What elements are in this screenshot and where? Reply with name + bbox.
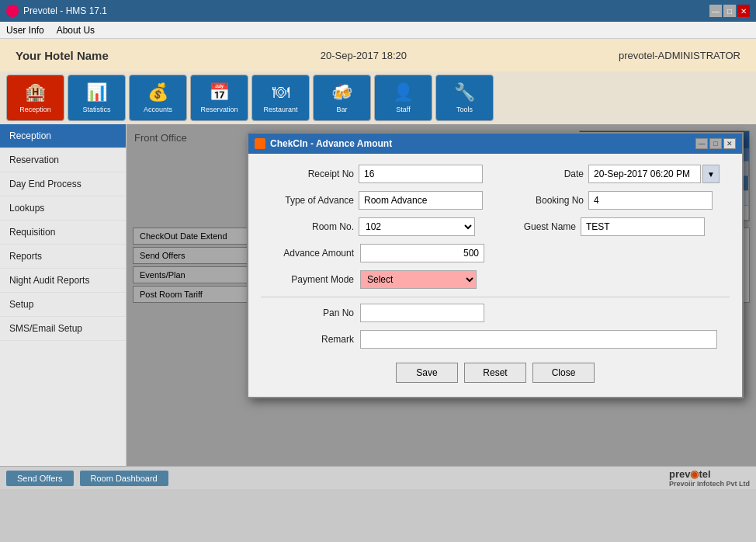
sidebar-item-smsemail[interactable]: SMS/Email Setup xyxy=(0,317,126,341)
date-container: ▼ xyxy=(588,165,720,183)
pan-no-input[interactable] xyxy=(360,304,484,322)
tools-icon: 🔧 xyxy=(454,82,475,102)
modal-maximize-button[interactable]: □ xyxy=(709,138,722,149)
date-label: Date xyxy=(514,169,584,179)
form-row-4: Advance Amount xyxy=(261,244,730,262)
menu-bar: User Info About Us xyxy=(0,22,756,39)
remark-label: Remark xyxy=(261,334,354,345)
nav-label-accounts: Accounts xyxy=(144,106,172,113)
modal-minimize-button[interactable]: — xyxy=(695,138,708,149)
modal-icon xyxy=(255,138,265,149)
reception-icon: 🏨 xyxy=(25,82,46,102)
modal-dialog: ChekCIn - Advance Amount — □ ✕ xyxy=(247,132,744,398)
sidebar-item-nightaudit[interactable]: Night Audit Reports xyxy=(0,269,126,293)
sidebar: Reception Reservation Day End Process Lo… xyxy=(0,124,127,466)
reset-button[interactable]: Reset xyxy=(464,363,526,383)
pan-no-label: Pan No xyxy=(261,307,354,318)
bottom-bar: Send Offers Room Dashboard prev◉tel Prev… xyxy=(0,466,756,489)
advance-type-input[interactable] xyxy=(359,191,483,210)
remark-input[interactable] xyxy=(360,330,717,349)
nav-label-restaurant: Restaurant xyxy=(263,106,297,113)
brand-logo: prev◉tel Prevoiir Infotech Pvt Ltd xyxy=(669,468,750,488)
bar-icon: 🍻 xyxy=(331,82,352,102)
nav-label-tools: Tools xyxy=(456,106,473,113)
header-user: prevotel-ADMINISTRATOR xyxy=(619,50,740,61)
brand-tagline: Prevoiir Infotech Pvt Ltd xyxy=(669,480,750,488)
date-picker-button[interactable]: ▼ xyxy=(702,165,720,183)
advance-amount-label: Advance Amount xyxy=(261,248,354,259)
sidebar-item-setup[interactable]: Setup xyxy=(0,293,126,317)
nav-icon-restaurant[interactable]: 🍽 Restaurant xyxy=(251,75,310,121)
save-button[interactable]: Save xyxy=(396,363,458,383)
nav-label-reservation: Reservation xyxy=(200,106,238,113)
room-no-label: Room No. xyxy=(261,221,354,232)
room-dashboard-button[interactable]: Room Dashboard xyxy=(80,471,168,486)
receipt-no-label: Receipt No xyxy=(261,169,354,179)
sidebar-item-lookups[interactable]: Lookups xyxy=(0,196,126,221)
nav-label-stats: Statistics xyxy=(82,106,110,113)
room-no-select[interactable]: 102 xyxy=(359,217,475,236)
form-row-2: Type of Advance Booking No xyxy=(261,191,730,210)
stats-icon: 📊 xyxy=(86,82,107,102)
booking-no-label: Booking No xyxy=(514,195,584,206)
nav-icon-reservation[interactable]: 📅 Reservation xyxy=(190,75,248,121)
nav-icon-accounts[interactable]: 💰 Accounts xyxy=(129,75,187,121)
modal-close-button[interactable]: ✕ xyxy=(723,138,736,149)
modal-body: Receipt No Date ▼ xyxy=(248,154,742,397)
sidebar-item-dayend[interactable]: Day End Process xyxy=(0,172,126,196)
restaurant-icon: 🍽 xyxy=(272,82,290,102)
header: Your Hotel Name 20-Sep-2017 18:20 prevot… xyxy=(0,39,756,71)
form-row-6: Pan No xyxy=(261,304,730,322)
modal-overlay: ChekCIn - Advance Amount — □ ✕ xyxy=(127,124,756,466)
maximize-button[interactable]: □ xyxy=(723,5,736,17)
advance-amount-input[interactable] xyxy=(360,244,484,262)
send-offers-bottom-button[interactable]: Send Offers xyxy=(6,471,74,486)
minimize-button[interactable]: — xyxy=(709,5,722,17)
nav-icon-reception[interactable]: 🏨 Reception xyxy=(6,75,64,121)
nav-icons-bar: 🏨 Reception 📊 Statistics 💰 Accounts 📅 Re… xyxy=(0,71,756,124)
form-row-1: Receipt No Date ▼ xyxy=(261,165,730,183)
nav-label-bar: Bar xyxy=(336,106,347,113)
sidebar-item-reservation[interactable]: Reservation xyxy=(0,148,126,172)
content-area: Front Office Room List list om Plan Chec… xyxy=(127,124,756,466)
reservation-icon: 📅 xyxy=(209,82,230,102)
header-datetime: 20-Sep-2017 18:20 xyxy=(321,50,407,61)
accounts-icon: 💰 xyxy=(147,82,168,102)
title-bar: Prevotel - HMS 17.1 — □ ✕ xyxy=(0,0,756,22)
sidebar-item-reports[interactable]: Reports xyxy=(0,245,126,269)
modal-title-bar: ChekCIn - Advance Amount — □ ✕ xyxy=(248,134,742,154)
modal-title: ChekCIn - Advance Amount xyxy=(270,138,392,149)
staff-icon: 👤 xyxy=(393,82,414,102)
form-row-3: Room No. 102 Guest Name xyxy=(261,217,730,236)
modal-separator xyxy=(261,297,730,297)
sidebar-item-reception[interactable]: Reception xyxy=(0,124,126,148)
close-modal-button[interactable]: Close xyxy=(532,363,595,383)
receipt-no-input[interactable] xyxy=(359,165,483,183)
menu-about-us[interactable]: About Us xyxy=(57,25,95,36)
nav-icon-stats[interactable]: 📊 Statistics xyxy=(68,75,126,121)
close-app-button[interactable]: ✕ xyxy=(737,5,750,17)
menu-user-info[interactable]: User Info xyxy=(6,25,44,36)
form-row-5: Payment Mode Select xyxy=(261,270,730,289)
hotel-name: Your Hotel Name xyxy=(16,49,109,62)
nav-icon-bar[interactable]: 🍻 Bar xyxy=(313,75,371,121)
nav-icon-tools[interactable]: 🔧 Tools xyxy=(435,75,494,121)
nav-label-reception: Reception xyxy=(19,106,51,113)
guest-name-label: Guest Name xyxy=(506,221,576,232)
guest-name-input[interactable] xyxy=(581,217,705,236)
payment-mode-label: Payment Mode xyxy=(261,274,354,285)
app-icon xyxy=(6,5,19,17)
bottom-bar-left: Send Offers Room Dashboard xyxy=(6,471,168,486)
form-row-7: Remark xyxy=(261,330,730,349)
date-input[interactable] xyxy=(588,165,701,183)
nav-icon-staff[interactable]: 👤 Staff xyxy=(374,75,432,121)
nav-label-staff: Staff xyxy=(396,106,410,113)
sidebar-item-requisition[interactable]: Requisition xyxy=(0,221,126,245)
app-title: Prevotel - HMS 17.1 xyxy=(23,5,107,16)
modal-footer: Save Reset Close xyxy=(261,356,730,386)
booking-no-input[interactable] xyxy=(588,191,713,210)
payment-mode-select[interactable]: Select xyxy=(360,270,477,289)
advance-type-label: Type of Advance xyxy=(261,195,354,206)
